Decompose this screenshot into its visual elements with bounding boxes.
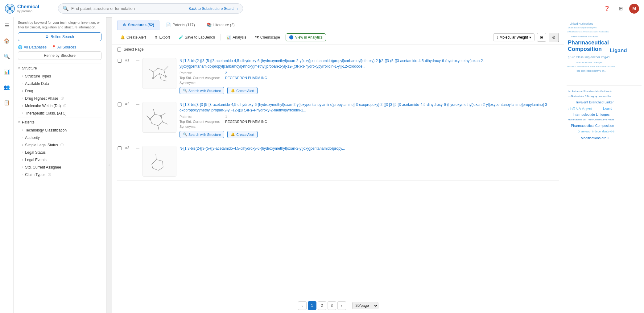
- wc-word[interactable]: us Nucleotides Differing by no more tha: [568, 95, 611, 98]
- db-source-row: 🌐 All Databases 📍 All Sources: [14, 43, 106, 51]
- sort-button[interactable]: ↕ Molecular Weight ▾: [493, 33, 535, 41]
- refine-by-structure-button[interactable]: Refine by Structure: [18, 51, 101, 60]
- sidebar: Search by keyword for your technology or…: [14, 17, 106, 313]
- wc-word[interactable]: the Antisense Strand are Modified Nucle: [568, 90, 612, 93]
- svg-point-34: [160, 115, 162, 117]
- chemscape-button[interactable]: 🗺 Chemscape: [252, 34, 283, 41]
- wc-word[interactable]: Internucleotide Linkages: [576, 61, 603, 64]
- search-input[interactable]: [71, 6, 186, 11]
- svg-line-28: [153, 109, 155, 114]
- filter-molecular-weight[interactable]: › Molecular Weight(Da) ⓘ: [18, 102, 101, 110]
- chevron-down-icon: ∨: [18, 66, 20, 70]
- search-bar[interactable]: 🔍 Back to Substructure Search ↑: [58, 3, 243, 14]
- page-button-3[interactable]: 3: [328, 301, 336, 310]
- result-content-2: N-[1,3-bis[3-[3-[5-[3-acetamido-4,5-dihy…: [180, 102, 559, 138]
- svg-line-19: [164, 66, 168, 70]
- svg-point-4: [7, 10, 8, 11]
- wc-word[interactable]: Trivalent Branched Linker: [575, 100, 614, 104]
- result-title-2[interactable]: N-[1,3-bis[3-[3-[5-[3-acetamido-4,5-dihy…: [180, 102, 559, 113]
- tab-patents[interactable]: 📄 Patents (117): [161, 20, 200, 30]
- nav-home-icon[interactable]: 🏠: [2, 36, 12, 46]
- next-page-button[interactable]: ›: [337, 301, 346, 310]
- avatar[interactable]: M: [629, 4, 639, 14]
- view-analytics-button[interactable]: 🔵 View in Analytics: [286, 33, 326, 41]
- filter-drug-highest-phase[interactable]: › Drug Highest Phase ⓘ: [18, 95, 101, 102]
- all-databases-badge[interactable]: 🌐 All Databases: [18, 45, 47, 49]
- wc-word[interactable]: Modifications on Three Consecutive Nucle: [568, 118, 614, 121]
- top-bar: Chemical by patsnap 🔍 Back to Substructu…: [0, 0, 644, 17]
- help-icon[interactable]: ❓: [602, 4, 612, 14]
- refine-search-button[interactable]: ⚙ Refine Search: [18, 32, 101, 41]
- nav-chart-icon[interactable]: 📊: [2, 67, 12, 77]
- filter-available-data[interactable]: › Available Data: [18, 80, 101, 87]
- analysis-button[interactable]: 📊 Analysis: [223, 34, 250, 41]
- wc-word[interactable]: Internucleotide Linkages: [571, 35, 598, 38]
- wc-word[interactable]: Q are each independently 0-6: [568, 27, 597, 29]
- filter-patents-header[interactable]: ∨ Patents: [18, 118, 101, 127]
- wc-word[interactable]: leotides of the Antisense Strand are Mod…: [567, 65, 615, 68]
- grid-icon[interactable]: ⊞: [616, 4, 625, 14]
- wc-word[interactable]: [ are each independently 0 or 1: [576, 70, 606, 72]
- result-checkbox-2[interactable]: [117, 102, 122, 106]
- result-molecule-2: [142, 102, 176, 133]
- sidebar-collapse-button[interactable]: ‹: [106, 17, 112, 313]
- page-button-1[interactable]: 1: [308, 301, 316, 310]
- wc-word[interactable]: dsRNA Agent: [568, 106, 592, 111]
- create-alert-result-button-1[interactable]: 🔔 Create Alert: [227, 87, 258, 94]
- result-title-1[interactable]: N-[1,3-bis(2-{[3-(5-{[3-acetamido-4,5-di…: [180, 58, 559, 69]
- wc-word[interactable]: Pharmaceutical Composition: [571, 124, 614, 127]
- export-button[interactable]: ⬆ Export: [151, 34, 173, 41]
- wc-word[interactable]: Ligand: [610, 48, 627, 54]
- prev-page-button[interactable]: ‹: [298, 301, 307, 310]
- tab-literature[interactable]: 📚 Literature (2): [201, 20, 240, 30]
- result-title-3[interactable]: N-[1,3-bis(2-{[3-(5-{[3-acetamido-4,5-di…: [180, 146, 559, 151]
- logo-main: Chemical: [17, 4, 39, 10]
- filter-authority[interactable]: › Authority: [18, 134, 101, 141]
- result-checkbox-1[interactable]: [117, 59, 122, 63]
- filter-legal-events[interactable]: › Legal Events: [18, 156, 101, 164]
- nav-people-icon[interactable]: 👥: [2, 82, 12, 92]
- svg-line-13: [158, 68, 164, 70]
- info-icon: ⓘ: [60, 143, 64, 147]
- structures-icon: ⚛: [122, 23, 126, 27]
- wc-word[interactable]: Modifications are 2: [581, 136, 609, 140]
- create-alert-result-button-2[interactable]: 🔔 Create Alert: [227, 131, 258, 138]
- page-button-2[interactable]: 2: [318, 301, 326, 310]
- filter-drug[interactable]: › Drug: [18, 87, 101, 95]
- search-with-structure-button-1[interactable]: 🔍 Search with Structure: [180, 87, 224, 94]
- nav-search-icon[interactable]: 🔍: [2, 51, 12, 61]
- filter-structure-header[interactable]: ∨ Structure: [18, 64, 101, 73]
- layout-button[interactable]: ⊟: [537, 33, 546, 42]
- chevron-right-icon: ›: [22, 128, 23, 132]
- filter-technology-classification[interactable]: › Technology Classification: [18, 127, 101, 134]
- save-to-lab-button[interactable]: 🧪 Save to LabBench: [175, 34, 218, 41]
- create-alert-button[interactable]: 🔔 Create Alert: [117, 34, 149, 41]
- back-to-substructure-link[interactable]: Back to Substructure Search ↑: [188, 6, 238, 11]
- select-page-checkbox[interactable]: [117, 48, 121, 52]
- chevron-right-icon: ›: [22, 74, 23, 78]
- per-page-selector[interactable]: 20/page 50/page 100/page: [352, 302, 378, 309]
- filter-simple-legal-status[interactable]: › Simple Legal Status ⓘ: [18, 141, 101, 149]
- filter-therapeutic-class[interactable]: › Therapeutic Class. (ATC): [18, 110, 101, 117]
- search-with-structure-button-2[interactable]: 🔍 Search with Structure: [180, 131, 224, 138]
- wc-word[interactable]: Linked Nucleotides: [570, 22, 593, 25]
- wc-word[interactable]: Internucleotide Linkages: [573, 113, 609, 116]
- per-page-select[interactable]: 20/page 50/page 100/page: [352, 302, 378, 309]
- results-area: Select Page #1 —: [112, 45, 564, 298]
- wc-word[interactable]: g Src Class Img-anchor Img-id: [568, 56, 609, 59]
- filter-structure-types[interactable]: › Structure Types: [18, 73, 101, 80]
- settings-button[interactable]: ⚙: [549, 33, 559, 42]
- filter-claim-types[interactable]: › Claim Types ⓘ: [18, 171, 101, 178]
- all-sources-badge[interactable]: 📍 All Sources: [52, 45, 76, 49]
- nav-doc-icon[interactable]: 📋: [2, 98, 12, 107]
- nav-menu-icon[interactable]: ☰: [2, 20, 12, 30]
- filter-std-current-assignee[interactable]: › Std. Current Assignee: [18, 164, 101, 171]
- filter-legal-status[interactable]: › Legal Status: [18, 149, 101, 156]
- wc-word[interactable]: Ligand: [603, 107, 612, 110]
- wc-word[interactable]: Q are each Independently 0-6: [578, 130, 614, 133]
- wc-word[interactable]: Pharmaceutical Composition: [568, 40, 642, 52]
- wc-word[interactable]: al Modifications on Three Consecutive Nu…: [567, 31, 609, 33]
- chevron-right-icon: ›: [22, 89, 23, 93]
- result-checkbox-3[interactable]: [117, 146, 122, 150]
- tab-structures[interactable]: ⚛ Structures (52): [117, 20, 159, 30]
